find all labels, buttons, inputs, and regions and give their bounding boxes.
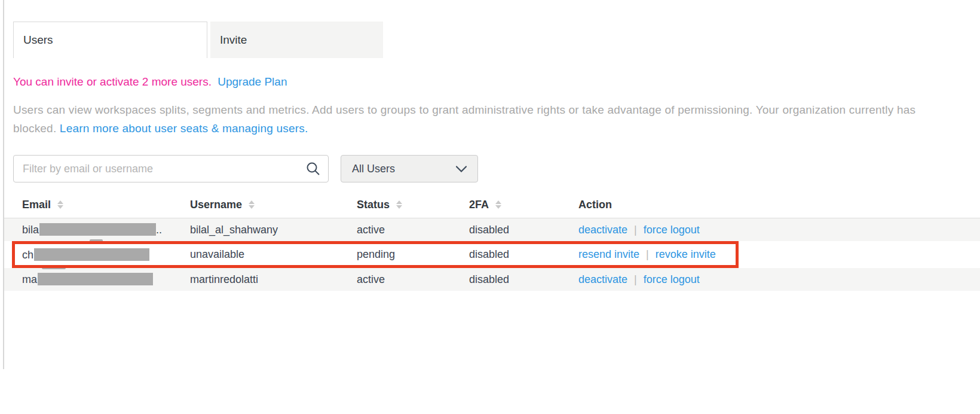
- email-redaction-tail: [90, 239, 103, 242]
- action-cell: deactivate | force logout: [578, 224, 980, 236]
- username-cell: bilal_al_shahwany: [190, 224, 357, 236]
- status-cell: active: [357, 224, 469, 236]
- column-header-username[interactable]: Username: [190, 199, 357, 211]
- email-visible-text: ch: [22, 249, 33, 261]
- deactivate-link[interactable]: deactivate: [578, 224, 627, 236]
- filter-input[interactable]: [13, 155, 329, 182]
- user-table: bila.. bilal_al_shahwany active disabled…: [4, 218, 980, 291]
- column-header-action-label: Action: [578, 199, 612, 211]
- table-header-row: Email Username Status 2FA Action: [4, 197, 980, 212]
- column-header-status[interactable]: Status: [357, 199, 469, 211]
- tab-bar: Users Invite: [13, 22, 383, 58]
- tab-users-label: Users: [23, 34, 53, 47]
- deactivate-link[interactable]: deactivate: [578, 273, 627, 286]
- description: Users can view workspaces splits, segmen…: [13, 101, 915, 138]
- email-cell: ch: [22, 248, 190, 261]
- column-header-username-label: Username: [190, 199, 242, 211]
- sort-icon: [396, 200, 402, 209]
- action-cell: deactivate | force logout: [578, 273, 980, 286]
- search-icon: [306, 162, 320, 176]
- action-cell: resend invite | revoke invite: [578, 248, 980, 261]
- email-redaction-block: [39, 223, 156, 236]
- twofa-cell: disabled: [469, 224, 578, 236]
- email-visible-text: ma: [22, 273, 37, 285]
- email-cell: ma: [22, 273, 190, 286]
- twofa-cell: disabled: [469, 248, 578, 261]
- seat-limit-banner: You can invite or activate 2 more users.…: [13, 75, 287, 89]
- status-cell: pending: [357, 248, 469, 261]
- description-line1: Users can view workspaces splits, segmen…: [13, 101, 915, 119]
- resend-invite-link[interactable]: resend invite: [578, 248, 639, 261]
- column-header-2fa[interactable]: 2FA: [469, 199, 578, 211]
- user-filter-dropdown[interactable]: All Users: [341, 155, 478, 182]
- column-header-email[interactable]: Email: [22, 199, 190, 211]
- email-redaction-tail: [42, 266, 66, 269]
- email-redaction-block: [38, 273, 153, 285]
- sort-icon: [495, 200, 501, 209]
- revoke-invite-link[interactable]: revoke invite: [656, 248, 716, 261]
- action-separator: |: [634, 273, 637, 286]
- sort-icon: [57, 200, 63, 209]
- email-ellipsis: ..: [156, 224, 162, 236]
- upgrade-plan-link[interactable]: Upgrade Plan: [218, 75, 287, 88]
- learn-more-link[interactable]: Learn more about user seats & managing u…: [60, 122, 308, 135]
- username-cell: martinredolatti: [190, 273, 357, 286]
- column-header-status-label: Status: [357, 199, 390, 211]
- filter-field: [13, 155, 329, 182]
- column-header-action: Action: [578, 199, 980, 211]
- table-row-highlighted: ch unavailable pending disabled resend i…: [4, 241, 980, 268]
- email-redaction-block: [34, 248, 149, 261]
- tab-invite[interactable]: Invite: [210, 22, 383, 58]
- seat-limit-message: You can invite or activate 2 more users.: [13, 75, 212, 88]
- column-header-email-label: Email: [22, 199, 51, 211]
- sort-icon: [249, 200, 255, 209]
- tab-users[interactable]: Users: [13, 22, 207, 58]
- status-cell: active: [357, 273, 469, 286]
- force-logout-link[interactable]: force logout: [644, 273, 700, 286]
- tab-invite-label: Invite: [220, 34, 247, 47]
- force-logout-link[interactable]: force logout: [644, 224, 700, 236]
- chevron-down-icon: [456, 166, 467, 172]
- table-row: bila.. bilal_al_shahwany active disabled…: [4, 218, 980, 241]
- email-cell: bila..: [22, 223, 190, 236]
- action-separator: |: [634, 224, 637, 236]
- column-header-2fa-label: 2FA: [469, 199, 489, 211]
- table-row: ma martinredolatti active disabled deact…: [4, 268, 980, 291]
- user-filter-dropdown-value: All Users: [352, 163, 395, 175]
- action-separator: |: [646, 248, 649, 261]
- description-line2-text: blocked.: [13, 122, 56, 135]
- twofa-cell: disabled: [469, 273, 578, 286]
- email-visible-text: bila: [22, 224, 39, 236]
- username-cell: unavailable: [190, 248, 357, 261]
- panel-left-border: [3, 0, 4, 369]
